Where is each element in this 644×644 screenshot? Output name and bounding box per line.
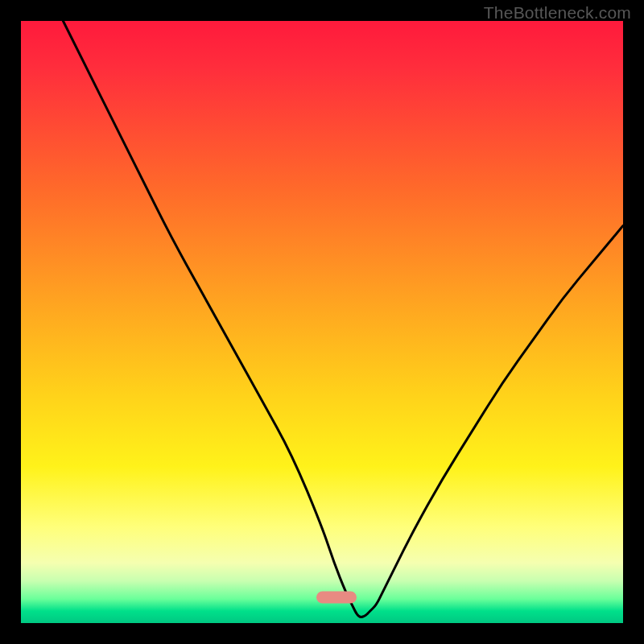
plot-area	[21, 21, 623, 623]
bottleneck-marker	[316, 592, 357, 604]
chart-frame: TheBottleneck.com	[0, 0, 644, 644]
bottleneck-curve	[21, 21, 623, 623]
watermark-text: TheBottleneck.com	[484, 3, 631, 23]
